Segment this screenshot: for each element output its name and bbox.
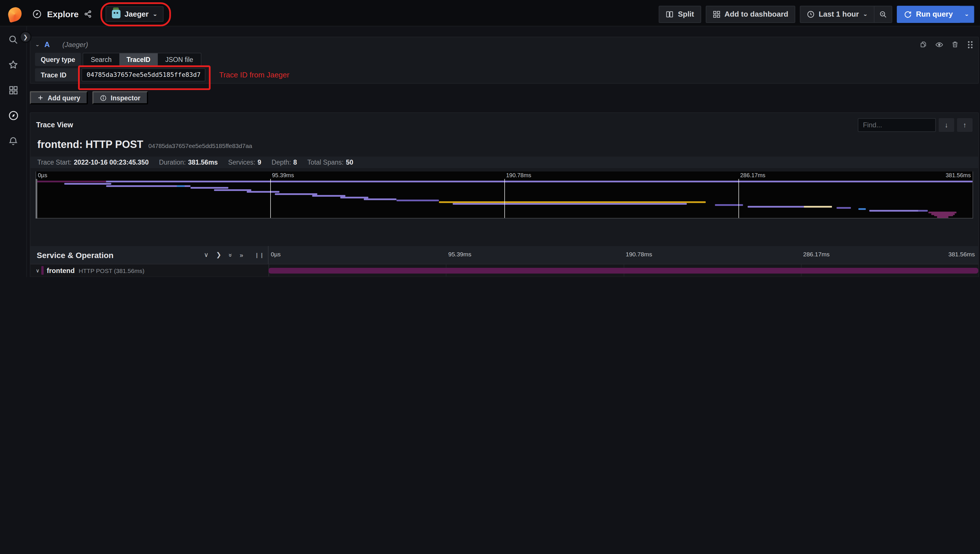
datasource-picker-label: Jaeger bbox=[124, 10, 148, 18]
inspector-label: Inspector bbox=[111, 94, 140, 101]
minimap-span-segment bbox=[453, 203, 687, 204]
minimap-tick-label: 0µs bbox=[38, 172, 47, 178]
clock-icon bbox=[807, 10, 815, 18]
minimap-canvas[interactable]: 0µs95.39ms190.78ms286.17ms381.56ms bbox=[35, 172, 973, 218]
operation-name: HTTP POST (381.56ms) bbox=[79, 267, 144, 274]
run-query-button[interactable]: Run query bbox=[897, 5, 960, 23]
column-resizer[interactable]: ❙❙ bbox=[255, 252, 265, 258]
star-icon[interactable] bbox=[8, 60, 18, 70]
minimap-gridline bbox=[504, 179, 505, 218]
apps-grid-icon[interactable] bbox=[8, 85, 18, 95]
trace-id-label: Trace ID bbox=[35, 68, 80, 81]
minimap-left-handle[interactable] bbox=[35, 179, 37, 218]
query-ref-id[interactable]: A bbox=[45, 40, 50, 49]
copy-query-icon[interactable] bbox=[920, 40, 927, 48]
minimap-tick-label: 381.56ms bbox=[946, 172, 971, 178]
zoom-out-time-button[interactable] bbox=[875, 5, 892, 23]
span-rows: ∨frontendHTTP POST (381.56ms)∨frontendgr… bbox=[30, 264, 978, 277]
tab-search[interactable]: Search bbox=[83, 53, 119, 65]
share-icon[interactable] bbox=[84, 10, 92, 18]
minimap-gridline bbox=[738, 179, 739, 218]
split-label: Split bbox=[678, 10, 694, 18]
magnifier-minus-icon bbox=[879, 10, 888, 18]
top-bar: Explore Jaeger ⌄ Split Add to dashboard bbox=[0, 0, 980, 26]
query-type-label: Query type bbox=[35, 53, 81, 66]
minimap-span-segment bbox=[214, 189, 252, 191]
collapse-all-icon[interactable]: » bbox=[227, 253, 234, 256]
tab-traceid[interactable]: TraceID bbox=[119, 53, 158, 65]
trace-title: frontend: HTTP POST bbox=[37, 139, 143, 151]
add-query-button[interactable]: Add query bbox=[30, 91, 88, 104]
query-datasource-hint: (Jaeger) bbox=[62, 40, 88, 48]
timeline-tick-label: 381.56ms bbox=[948, 251, 975, 258]
tab-json-file[interactable]: JSON file bbox=[158, 53, 201, 65]
timeline-tick-label: 95.39ms bbox=[448, 251, 472, 258]
trash-icon[interactable] bbox=[951, 40, 959, 48]
eye-icon[interactable] bbox=[935, 40, 943, 48]
minimap-span-segment bbox=[858, 208, 866, 210]
span-bar-cell[interactable] bbox=[269, 264, 978, 276]
minimap-span-segment bbox=[312, 195, 345, 197]
add-query-label: Add query bbox=[48, 94, 80, 101]
span-row[interactable]: ∨frontendHTTP POST (381.56ms) bbox=[30, 264, 978, 277]
chevron-down-icon[interactable]: ∨ bbox=[34, 267, 41, 273]
minimap-gridline bbox=[270, 179, 271, 218]
refresh-icon bbox=[904, 10, 912, 18]
span-bar[interactable] bbox=[269, 268, 978, 274]
drag-grip-icon[interactable] bbox=[967, 40, 974, 48]
minimap-span-segment bbox=[870, 210, 926, 211]
expand-one-icon[interactable]: ❯ bbox=[216, 251, 221, 259]
meta-item: Services:9 bbox=[228, 159, 261, 166]
timeline-tick-label: 286.17ms bbox=[803, 251, 830, 258]
minimap-tick-label: 190.78ms bbox=[506, 172, 531, 178]
timeline-tick-label: 0µs bbox=[271, 251, 280, 258]
trace-id-input[interactable] bbox=[81, 68, 206, 81]
grafana-explore-page: Explore Jaeger ⌄ Split Add to dashboard bbox=[0, 0, 980, 277]
grafana-logo-icon[interactable] bbox=[6, 6, 24, 23]
run-query-dropdown-button[interactable]: ⌄ bbox=[959, 5, 974, 23]
collapse-one-icon[interactable]: ∨ bbox=[204, 251, 209, 259]
add-to-dashboard-label: Add to dashboard bbox=[724, 10, 788, 18]
trace-meta-strip: Trace Start:2022-10-16 00:23:45.350Durat… bbox=[30, 156, 978, 168]
meta-item: Depth:8 bbox=[272, 159, 297, 166]
meta-item: Duration:381.56ms bbox=[159, 159, 218, 166]
annotation-text: Trace ID from Jaeger bbox=[219, 70, 290, 79]
trace-minimap[interactable]: 0µs95.39ms190.78ms286.17ms381.56ms bbox=[35, 172, 973, 218]
datasource-picker[interactable]: Jaeger ⌄ bbox=[105, 6, 164, 22]
time-range-picker[interactable]: Last 1 hour ⌄ bbox=[800, 5, 875, 23]
minimap-tick-label: 95.39ms bbox=[272, 172, 294, 178]
explore-main: ⌄ A (Jaeger) Query type Search TraceID J… bbox=[27, 26, 980, 277]
trace-view-title: Trace View bbox=[36, 121, 73, 129]
split-columns-icon bbox=[666, 10, 674, 18]
sidebar-expand-button[interactable]: ❯ bbox=[19, 31, 32, 43]
minimap-span-segment bbox=[364, 198, 397, 200]
minimap-span-segment bbox=[191, 187, 228, 189]
expand-all-icon[interactable]: » bbox=[240, 252, 243, 258]
minimap-span-segment bbox=[64, 183, 111, 185]
collapse-query-icon[interactable]: ⌄ bbox=[35, 42, 40, 47]
minimap-span-segment bbox=[397, 200, 439, 201]
jaeger-datasource-icon bbox=[112, 10, 121, 18]
run-query-label: Run query bbox=[916, 10, 953, 18]
chevron-down-icon: ⌄ bbox=[863, 11, 868, 17]
find-input[interactable] bbox=[858, 118, 936, 132]
minimap-span-segment bbox=[804, 205, 832, 207]
split-button[interactable]: Split bbox=[659, 5, 701, 23]
add-to-dashboard-button[interactable]: Add to dashboard bbox=[706, 5, 795, 23]
inspector-button[interactable]: Inspector bbox=[92, 91, 148, 104]
explore-compass-icon[interactable] bbox=[8, 110, 19, 121]
trace-id-value: 04785da37657ee5e5dd5185ffe83d7aa bbox=[148, 142, 252, 149]
query-editor-panel: ⌄ A (Jaeger) Query type Search TraceID J… bbox=[30, 37, 979, 84]
timeline-ticks: 0µs95.39ms190.78ms286.17ms381.56ms bbox=[269, 246, 978, 264]
meta-item: Trace Start:2022-10-16 00:23:45.350 bbox=[37, 159, 148, 166]
bell-icon[interactable] bbox=[8, 136, 18, 146]
minimap-span-segment bbox=[247, 191, 279, 193]
timeline-tick-label: 190.78ms bbox=[626, 251, 652, 258]
chevron-down-icon: ⌄ bbox=[964, 11, 969, 17]
span-label-cell[interactable]: ∨frontendHTTP POST (381.56ms) bbox=[30, 264, 269, 276]
find-next-button[interactable]: ↓ bbox=[939, 118, 954, 132]
search-icon[interactable] bbox=[8, 34, 18, 45]
dashboard-grid-icon bbox=[712, 10, 720, 18]
find-prev-button[interactable]: ↑ bbox=[957, 118, 972, 132]
minimap-span-segment bbox=[918, 210, 928, 211]
